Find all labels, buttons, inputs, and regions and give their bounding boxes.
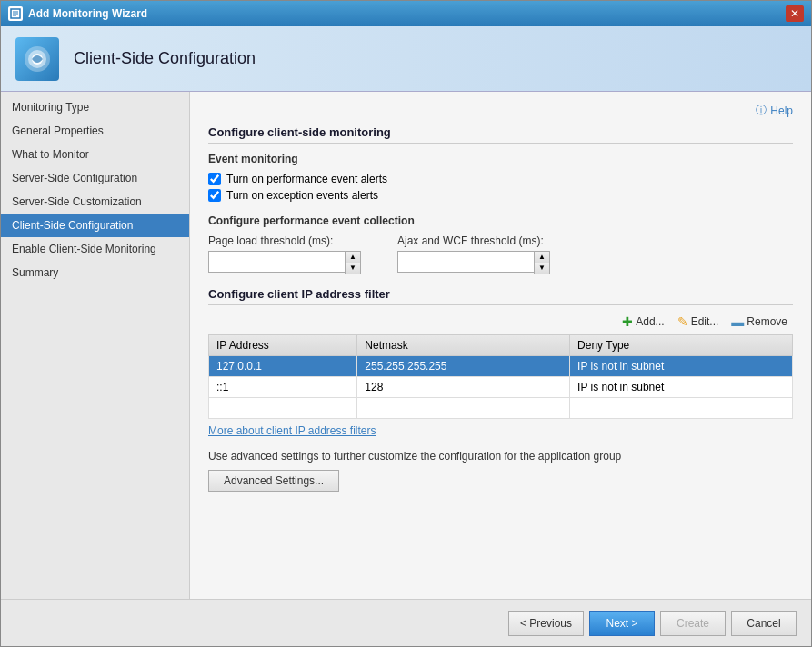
add-label: Add... — [636, 315, 664, 328]
exception-events-label: Turn on exception events alerts — [226, 189, 378, 202]
remove-label: Remove — [747, 315, 787, 328]
add-button[interactable]: ✚ Add... — [617, 313, 669, 331]
table-row[interactable]: 127.0.0.1 255.255.255.255 IP is not in s… — [209, 356, 793, 377]
body: Monitoring Type General Properties What … — [1, 92, 811, 599]
title-bar: Add Monitoring Wizard ✕ — [1, 1, 811, 26]
page-load-label: Page load threshold (ms): — [208, 234, 361, 247]
edit-icon: ✎ — [677, 314, 688, 329]
performance-events-label: Turn on performance event alerts — [226, 173, 387, 185]
header-banner: Client-Side Configuration — [1, 26, 811, 92]
wizard-icon — [15, 37, 59, 81]
link-row: More about client IP address filters — [208, 424, 793, 437]
advanced-settings-button[interactable]: Advanced Settings... — [208, 470, 339, 492]
edit-button[interactable]: ✎ Edit... — [672, 313, 725, 331]
configure-title: Configure client-side monitoring — [208, 125, 793, 144]
sidebar-item-summary[interactable]: Summary — [1, 261, 189, 284]
performance-events-checkbox[interactable] — [208, 173, 221, 185]
performance-collection-title: Configure performance event collection — [208, 214, 793, 227]
row1-netmask: 255.255.255.255 — [357, 356, 570, 377]
remove-icon: ▬ — [731, 314, 744, 329]
ip-filter-link[interactable]: More about client IP address filters — [208, 424, 376, 437]
performance-collection-section: Configure performance event collection P… — [208, 214, 793, 274]
sidebar-item-what-to-monitor[interactable]: What to Monitor — [1, 143, 189, 166]
event-monitoring-title: Event monitoring — [208, 153, 793, 165]
next-button[interactable]: Next > — [589, 611, 655, 636]
advanced-description: Use advanced settings to further customi… — [208, 450, 793, 463]
footer: < Previous Next > Create Cancel — [1, 599, 811, 646]
col-deny-type: Deny Type — [570, 335, 793, 356]
ajax-input[interactable]: 5000 — [397, 251, 534, 273]
previous-button[interactable]: < Previous — [508, 611, 584, 636]
page-title: Client-Side Configuration — [74, 49, 256, 68]
ip-toolbar: ✚ Add... ✎ Edit... ▬ Remove — [208, 313, 793, 331]
sidebar-item-enable-client-side-monitoring[interactable]: Enable Client-Side Monitoring — [1, 237, 189, 261]
table-header-row: IP Address Netmask Deny Type — [209, 335, 793, 356]
close-button[interactable]: ✕ — [786, 5, 804, 22]
row1-ip: 127.0.0.1 — [209, 356, 357, 377]
threshold-row: Page load threshold (ms): 15000 ▲ ▼ Ajax… — [208, 234, 793, 274]
help-section: ⓘ Help — [208, 103, 793, 118]
ajax-group: Ajax and WCF threshold (ms): 5000 ▲ ▼ — [397, 234, 550, 274]
page-load-spinner-buttons: ▲ ▼ — [345, 251, 361, 274]
ajax-up-btn[interactable]: ▲ — [535, 252, 549, 263]
col-ip-address: IP Address — [209, 335, 357, 356]
row2-netmask: 128 — [357, 377, 570, 398]
sidebar-item-general-properties[interactable]: General Properties — [1, 119, 189, 143]
help-icon: ⓘ — [756, 103, 767, 118]
row2-deny-type: IP is not in subnet — [570, 377, 793, 398]
ip-filter-section: Configure client IP address filter ✚ Add… — [208, 287, 793, 437]
page-load-down-btn[interactable]: ▼ — [346, 263, 360, 274]
ajax-label: Ajax and WCF threshold (ms): — [397, 234, 550, 247]
checkbox-row-1[interactable]: Turn on performance event alerts — [208, 173, 793, 185]
help-label: Help — [770, 105, 793, 117]
sidebar: Monitoring Type General Properties What … — [1, 92, 190, 599]
col-netmask: Netmask — [357, 335, 570, 356]
table-row[interactable]: ::1 128 IP is not in subnet — [209, 377, 793, 398]
sidebar-item-monitoring-type[interactable]: Monitoring Type — [1, 95, 189, 119]
exception-events-checkbox[interactable] — [208, 189, 221, 202]
row2-ip: ::1 — [209, 377, 357, 398]
row1-deny-type: IP is not in subnet — [570, 356, 793, 377]
add-icon: ✚ — [622, 314, 633, 329]
advanced-section: Use advanced settings to further customi… — [208, 450, 793, 492]
cancel-button[interactable]: Cancel — [731, 611, 797, 636]
sidebar-item-client-side-configuration[interactable]: Client-Side Configuration — [1, 214, 189, 237]
ajax-down-btn[interactable]: ▼ — [535, 263, 549, 274]
page-load-group: Page load threshold (ms): 15000 ▲ ▼ — [208, 234, 361, 274]
ajax-spinner-buttons: ▲ ▼ — [534, 251, 550, 274]
main-content: ⓘ Help Configure client-side monitoring … — [190, 92, 811, 599]
ajax-spinner: 5000 ▲ ▼ — [397, 251, 550, 274]
event-monitoring-section: Event monitoring Turn on performance eve… — [208, 153, 793, 202]
help-button[interactable]: ⓘ Help — [756, 103, 793, 118]
title-bar-left: Add Monitoring Wizard — [8, 6, 147, 21]
page-load-input[interactable]: 15000 — [208, 251, 345, 273]
sidebar-item-server-side-customization[interactable]: Server-Side Customization — [1, 190, 189, 214]
remove-button[interactable]: ▬ Remove — [726, 313, 793, 331]
table-row-empty — [209, 398, 793, 419]
page-load-up-btn[interactable]: ▲ — [346, 252, 360, 263]
create-button[interactable]: Create — [660, 611, 726, 636]
window-title: Add Monitoring Wizard — [28, 7, 147, 20]
main-window: Add Monitoring Wizard ✕ Client-Side Conf… — [0, 0, 812, 647]
page-load-spinner: 15000 ▲ ▼ — [208, 251, 361, 274]
sidebar-item-server-side-configuration[interactable]: Server-Side Configuration — [1, 166, 189, 190]
app-icon — [8, 6, 23, 21]
ip-table: IP Address Netmask Deny Type 127.0.0.1 2… — [208, 334, 793, 419]
checkbox-row-2[interactable]: Turn on exception events alerts — [208, 189, 793, 202]
ip-filter-title: Configure client IP address filter — [208, 287, 793, 305]
edit-label: Edit... — [691, 315, 719, 328]
